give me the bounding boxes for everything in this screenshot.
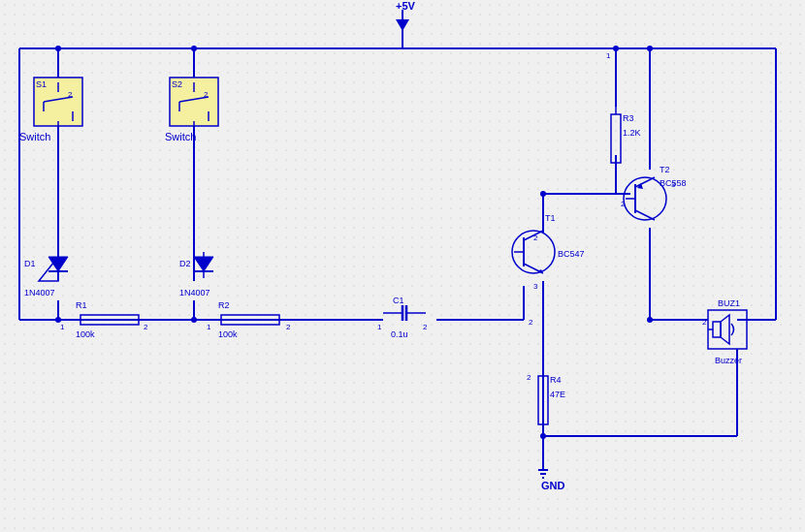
svg-text:3: 3 xyxy=(533,282,538,291)
s1-label: Switch xyxy=(19,131,50,142)
svg-text:1: 1 xyxy=(60,323,65,331)
r1-id: R1 xyxy=(76,300,87,310)
d1-label: 1N4007 xyxy=(24,288,55,297)
svg-point-42 xyxy=(540,191,546,197)
svg-text:2: 2 xyxy=(144,323,148,331)
buz1-id: BUZ1 xyxy=(718,298,740,308)
r4-value: 47E xyxy=(550,390,565,399)
r4-id: R4 xyxy=(550,375,562,385)
svg-point-38 xyxy=(191,46,197,51)
svg-text:2: 2 xyxy=(702,318,707,327)
t1-id: T1 xyxy=(545,213,556,223)
svg-text:1: 1 xyxy=(606,51,611,60)
d2-id: D2 xyxy=(179,259,191,268)
svg-point-41 xyxy=(191,317,197,323)
svg-point-43 xyxy=(613,46,619,51)
svg-text:1: 1 xyxy=(207,323,211,331)
c1-value: 0.1u xyxy=(391,329,408,339)
svg-text:2: 2 xyxy=(423,323,428,331)
svg-point-39 xyxy=(55,46,61,51)
svg-text:2: 2 xyxy=(527,373,531,382)
svg-text:S1: S1 xyxy=(36,79,47,89)
svg-text:S2: S2 xyxy=(172,79,182,89)
svg-text:2: 2 xyxy=(529,318,533,327)
r3-value: 1.2K xyxy=(623,128,641,138)
switch-s2: S2 2 xyxy=(170,78,218,126)
t1-label: BC547 xyxy=(558,249,585,259)
s2-label: Switch xyxy=(165,131,196,142)
r2-value: 100k xyxy=(218,329,238,339)
svg-point-44 xyxy=(647,46,653,51)
r3-id: R3 xyxy=(623,113,634,123)
svg-text:1: 1 xyxy=(377,323,382,331)
t2-id: T2 xyxy=(660,165,670,174)
svg-text:2: 2 xyxy=(204,90,209,99)
svg-text:3: 3 xyxy=(671,180,676,189)
svg-point-46 xyxy=(647,317,653,323)
gnd-label: GND xyxy=(541,480,565,491)
svg-text:2: 2 xyxy=(533,234,538,242)
c1-id: C1 xyxy=(393,296,404,305)
r1-value: 100k xyxy=(76,329,95,339)
schematic-canvas: S1 2 Switch S2 2 Switch D1 1N4007 xyxy=(0,0,805,532)
svg-text:2: 2 xyxy=(286,323,291,331)
buz1-label: Buzzer xyxy=(715,356,742,365)
svg-text:2: 2 xyxy=(68,90,73,99)
vcc-label: +5V xyxy=(396,0,416,12)
d1-id: D1 xyxy=(24,259,36,268)
switch-s1: S1 2 xyxy=(34,78,82,126)
r2-id: R2 xyxy=(218,300,230,310)
d2-label: 1N4007 xyxy=(179,288,210,297)
svg-text:2: 2 xyxy=(621,200,626,208)
svg-rect-2 xyxy=(0,0,805,532)
